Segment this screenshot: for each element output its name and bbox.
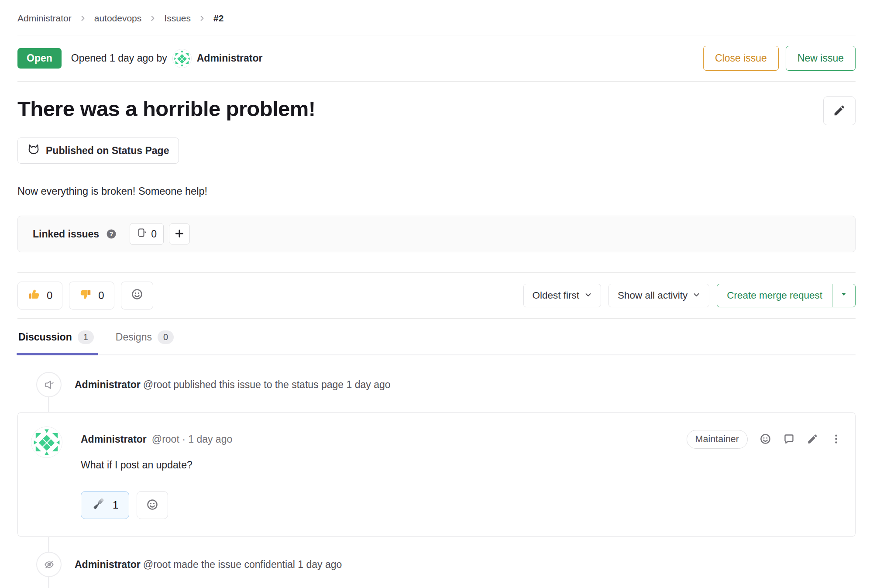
comment-awards: 1 xyxy=(81,491,842,519)
tab-designs-label: Designs xyxy=(116,331,152,343)
comment-body: What if I post an update? xyxy=(81,459,842,471)
comment-card: Administrator @root · 1 day ago Maintain… xyxy=(17,412,856,537)
eye-slash-icon xyxy=(36,552,62,577)
opened-meta: Opened 1 day ago by Administrator xyxy=(71,49,263,68)
chevron-right-icon xyxy=(79,14,87,23)
tab-discussion-count: 1 xyxy=(78,330,94,344)
linked-issues-count: 0 xyxy=(151,228,157,240)
author-link[interactable]: Administrator xyxy=(75,559,141,570)
page-title: There was a horrible problem! xyxy=(17,96,315,121)
tab-discussion[interactable]: Discussion 1 xyxy=(17,319,95,354)
plus-icon xyxy=(174,228,185,241)
thumbs-down-button[interactable]: 0 xyxy=(69,282,114,309)
thumbs-up-button[interactable]: 0 xyxy=(17,282,62,309)
sort-dropdown[interactable]: Oldest first xyxy=(523,284,601,307)
smiley-icon xyxy=(131,288,143,303)
chevron-right-icon xyxy=(198,14,206,23)
thumbs-up-count: 0 xyxy=(47,289,52,302)
comment-meta: @root · 1 day ago xyxy=(152,433,232,445)
comment-author-link[interactable]: Administrator xyxy=(81,433,147,445)
status-badge: Open xyxy=(17,48,62,69)
activity-filter-dropdown[interactable]: Show all activity xyxy=(608,284,709,307)
chevron-down-icon xyxy=(584,290,592,301)
title-row: There was a horrible problem! xyxy=(17,96,856,125)
breadcrumb-current-issue-number: #2 xyxy=(213,13,223,24)
new-issue-button[interactable]: New issue xyxy=(786,46,856,71)
avatar[interactable] xyxy=(172,49,192,68)
discussion-filters: Oldest first Show all activity Create me… xyxy=(523,284,856,307)
create-merge-request-button[interactable]: Create merge request xyxy=(717,284,832,307)
tanuki-icon xyxy=(27,143,40,158)
breadcrumb-item-autodevops[interactable]: autodevops xyxy=(94,13,142,24)
system-note-confidential: Administrator@root made the issue confid… xyxy=(17,552,856,577)
system-note-text: Administrator@root made the issue confid… xyxy=(75,559,342,571)
issue-description: Now everything is broken! Someone help! xyxy=(17,186,856,197)
activity-filter-label: Show all activity xyxy=(618,290,687,301)
pencil-icon xyxy=(807,433,818,446)
discussion-timeline: Administrator@root published this issue … xyxy=(17,372,856,577)
breadcrumb-item-administrator[interactable]: Administrator xyxy=(17,13,72,24)
status-page-badge-label: Published on Status Page xyxy=(46,145,169,157)
more-actions-button[interactable] xyxy=(830,433,842,446)
chevron-down-icon xyxy=(693,290,700,301)
comment-header: Administrator @root · 1 day ago Maintain… xyxy=(81,426,842,449)
megaphone-icon xyxy=(36,372,62,397)
author-link[interactable]: Administrator xyxy=(75,379,141,390)
sort-dropdown-label: Oldest first xyxy=(533,290,580,301)
breadcrumb: Administrator autodevops Issues #2 xyxy=(17,0,856,35)
thumbs-up-icon xyxy=(27,288,41,303)
edit-comment-button[interactable] xyxy=(807,433,818,446)
issue-awards: 0 0 xyxy=(17,282,153,309)
maintainer-badge: Maintainer xyxy=(687,430,748,449)
status-page-badge: Published on Status Page xyxy=(17,138,179,164)
chevron-right-icon xyxy=(148,14,157,23)
discussion-tabs: Discussion 1 Designs 0 xyxy=(17,319,856,355)
system-note-body: @root made the issue confidential 1 day … xyxy=(143,559,342,570)
add-linked-issue-button[interactable] xyxy=(169,224,190,244)
discussion-controls-row: 0 0 Oldest first Show all activity Creat… xyxy=(17,272,856,319)
tab-discussion-label: Discussion xyxy=(18,331,72,343)
microphone-award-count: 1 xyxy=(113,499,118,511)
system-note-body: @root published this issue to the status… xyxy=(143,379,391,390)
kebab-icon xyxy=(830,433,842,446)
comment-actions: Maintainer xyxy=(687,430,842,449)
issue-actions: Close issue New issue xyxy=(703,46,856,71)
thumbs-down-count: 0 xyxy=(98,289,104,302)
issue-icon xyxy=(137,227,147,241)
smiley-icon xyxy=(146,499,158,512)
microphone-award-button[interactable]: 1 xyxy=(81,491,129,519)
issue-page: Administrator autodevops Issues #2 Open … xyxy=(0,0,873,577)
edit-title-button[interactable] xyxy=(823,96,856,125)
comment-add-reaction-button[interactable] xyxy=(760,433,771,446)
create-merge-request-split-button: Create merge request xyxy=(717,284,856,307)
smiley-icon xyxy=(760,433,771,446)
comment-add-award-button[interactable] xyxy=(137,491,168,519)
tab-designs[interactable]: Designs 0 xyxy=(115,319,175,354)
issue-status-bar: Open Opened 1 day ago by Administrator C… xyxy=(17,35,856,82)
caret-down-icon xyxy=(839,289,849,302)
start-thread-button[interactable] xyxy=(783,433,795,446)
tab-designs-count: 0 xyxy=(158,330,174,344)
system-note-text: Administrator@root published this issue … xyxy=(75,379,391,391)
system-note-published: Administrator@root published this issue … xyxy=(17,372,856,397)
linked-issues-count-badge[interactable]: 0 xyxy=(130,223,164,245)
microphone-icon xyxy=(92,497,106,513)
close-issue-button[interactable]: Close issue xyxy=(703,46,779,71)
comment-bubble-icon xyxy=(783,433,795,446)
add-reaction-button[interactable] xyxy=(121,282,153,309)
opened-text: Opened 1 day ago by xyxy=(71,52,167,64)
create-merge-request-caret-button[interactable] xyxy=(832,284,855,307)
linked-issues-card: Linked issues 0 xyxy=(17,216,856,252)
author-link[interactable]: Administrator xyxy=(197,52,263,64)
avatar[interactable] xyxy=(31,426,62,458)
thumbs-down-icon xyxy=(79,288,92,303)
linked-issues-title: Linked issues xyxy=(33,228,99,240)
comment-main: Administrator @root · 1 day ago Maintain… xyxy=(81,426,842,519)
help-icon[interactable] xyxy=(106,229,117,239)
breadcrumb-item-issues[interactable]: Issues xyxy=(164,13,191,24)
pencil-icon xyxy=(833,104,846,118)
